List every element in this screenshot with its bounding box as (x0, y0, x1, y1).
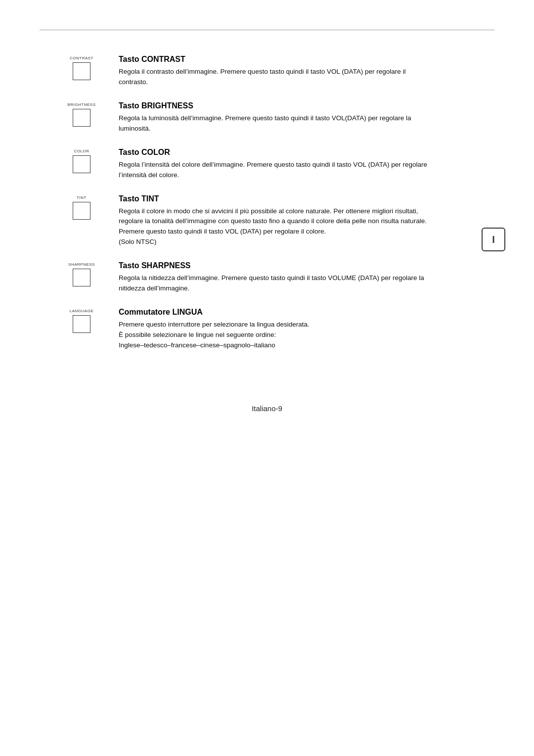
text-column-color: Tasto COLOR Regola l’intensità del color… (119, 148, 435, 181)
language-icon-label: LANGUAGE (70, 309, 93, 313)
icon-column-contrast: CONTRAST (59, 55, 104, 80)
entry-color: COLOR Tasto COLOR Regola l’intensità del… (59, 148, 435, 181)
side-badge: I (482, 228, 505, 251)
tint-title: Tasto TINT (119, 194, 435, 203)
sharpness-icon-label: SHARPNESS (68, 262, 95, 267)
icon-column-language: LANGUAGE (59, 308, 104, 333)
entry-brightness: BRIGHTNESS Tasto BRIGHTNESS Regola la lu… (59, 101, 435, 134)
brightness-body: Regola la luminosità dell’immagine. Prem… (119, 113, 435, 134)
icon-column-brightness: BRIGHTNESS (59, 101, 104, 127)
entry-tint: TINT Tasto TINT Regola il colore in modo… (59, 194, 435, 248)
contrast-icon-box (73, 62, 90, 80)
icon-column-sharpness: SHARPNESS (59, 261, 104, 286)
sharpness-icon-box (73, 269, 90, 286)
page-footer: Italiano-9 (40, 404, 494, 413)
contrast-body: Regola il contrasto dell’immagine. Preme… (119, 67, 435, 88)
text-column-tint: Tasto TINT Regola il colore in modo che … (119, 194, 435, 248)
language-body: Premere questo interruttore per selezion… (119, 320, 435, 351)
entry-sharpness: SHARPNESS Tasto SHARPNESS Regola la niti… (59, 261, 435, 294)
language-icon-box (73, 315, 90, 333)
text-column-language: Commutatore LINGUA Premere questo interr… (119, 308, 435, 351)
entry-contrast: CONTRAST Tasto CONTRAST Regola il contra… (59, 55, 435, 88)
color-body: Regola l’intensità del colore dell’immag… (119, 160, 435, 181)
color-icon-box (73, 155, 90, 173)
icon-column-color: COLOR (59, 148, 104, 173)
sharpness-body: Regola la nitidezza dell’immagine. Preme… (119, 273, 435, 294)
icon-column-tint: TINT (59, 194, 104, 220)
contrast-icon-label: CONTRAST (70, 56, 93, 60)
contrast-title: Tasto CONTRAST (119, 55, 435, 64)
language-title: Commutatore LINGUA (119, 308, 435, 317)
sharpness-title: Tasto SHARPNESS (119, 261, 435, 270)
brightness-icon-box (73, 109, 90, 127)
page-container: CONTRAST Tasto CONTRAST Regola il contra… (0, 0, 534, 756)
text-column-contrast: Tasto CONTRAST Regola il contrasto dell’… (119, 55, 435, 88)
color-icon-label: COLOR (74, 149, 89, 153)
content-area: CONTRAST Tasto CONTRAST Regola il contra… (59, 55, 435, 365)
brightness-icon-label: BRIGHTNESS (67, 102, 95, 107)
tint-icon-label: TINT (77, 195, 87, 200)
tint-body: Regola il colore in modo che si avvicini… (119, 206, 435, 248)
brightness-title: Tasto BRIGHTNESS (119, 101, 435, 110)
footer-text: Italiano-9 (252, 404, 282, 413)
color-title: Tasto COLOR (119, 148, 435, 157)
top-rule (40, 30, 494, 30)
tint-icon-box (73, 202, 90, 220)
text-column-sharpness: Tasto SHARPNESS Regola la nitidezza dell… (119, 261, 435, 294)
text-column-brightness: Tasto BRIGHTNESS Regola la luminosità de… (119, 101, 435, 134)
entry-language: LANGUAGE Commutatore LINGUA Premere ques… (59, 308, 435, 351)
